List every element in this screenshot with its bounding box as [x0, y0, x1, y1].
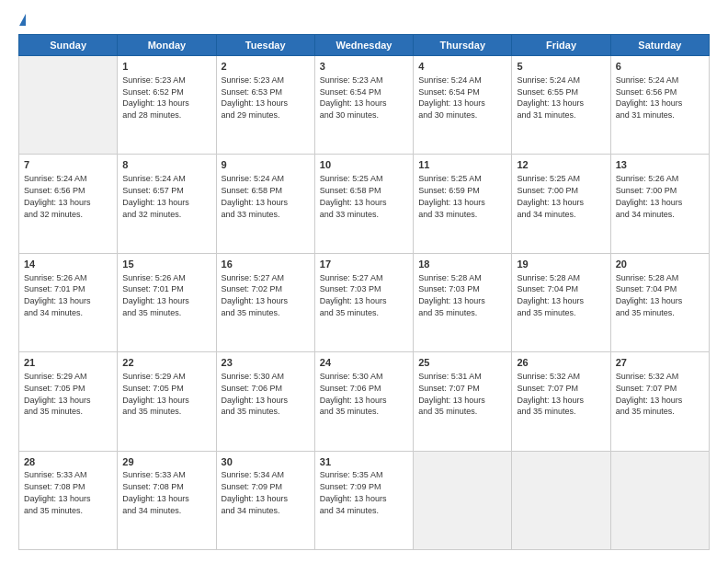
cell-info: Sunrise: 5:24 AMSunset: 6:57 PMDaylight:…	[122, 174, 189, 218]
day-number: 12	[517, 158, 605, 172]
day-number: 25	[418, 356, 506, 370]
calendar-cell: 13Sunrise: 5:26 AMSunset: 7:00 PMDayligh…	[610, 155, 709, 253]
calendar-cell	[512, 451, 610, 549]
calendar-cell: 5Sunrise: 5:24 AMSunset: 6:55 PMDaylight…	[512, 56, 610, 155]
calendar-day-header: Friday	[512, 35, 610, 56]
calendar-cell: 23Sunrise: 5:30 AMSunset: 7:06 PMDayligh…	[216, 352, 314, 451]
cell-info: Sunrise: 5:34 AMSunset: 7:09 PMDaylight:…	[222, 470, 289, 514]
day-number: 5	[517, 60, 605, 74]
day-number: 30	[222, 455, 310, 469]
cell-info: Sunrise: 5:29 AMSunset: 7:05 PMDaylight:…	[122, 372, 189, 416]
day-number: 13	[616, 158, 704, 172]
calendar-cell: 2Sunrise: 5:23 AMSunset: 6:53 PMDaylight…	[216, 56, 314, 155]
day-number: 22	[122, 356, 210, 370]
cell-info: Sunrise: 5:32 AMSunset: 7:07 PMDaylight:…	[517, 372, 584, 416]
calendar-cell: 18Sunrise: 5:28 AMSunset: 7:03 PMDayligh…	[414, 253, 512, 351]
calendar-cell: 12Sunrise: 5:25 AMSunset: 7:00 PMDayligh…	[512, 155, 610, 253]
calendar-cell: 31Sunrise: 5:35 AMSunset: 7:09 PMDayligh…	[314, 451, 413, 549]
calendar-cell: 7Sunrise: 5:24 AMSunset: 6:56 PMDaylight…	[19, 155, 118, 253]
calendar-day-header: Saturday	[610, 35, 709, 56]
calendar-cell: 26Sunrise: 5:32 AMSunset: 7:07 PMDayligh…	[512, 352, 610, 451]
calendar-cell: 29Sunrise: 5:33 AMSunset: 7:08 PMDayligh…	[118, 451, 216, 549]
calendar-cell: 21Sunrise: 5:29 AMSunset: 7:05 PMDayligh…	[19, 352, 118, 451]
day-number: 8	[122, 158, 210, 172]
logo-arrow-icon	[19, 14, 26, 26]
cell-info: Sunrise: 5:30 AMSunset: 7:06 PMDaylight:…	[320, 372, 387, 416]
calendar-cell: 1Sunrise: 5:23 AMSunset: 6:52 PMDaylight…	[118, 56, 216, 155]
page: SundayMondayTuesdayWednesdayThursdayFrid…	[0, 0, 728, 563]
cell-info: Sunrise: 5:24 AMSunset: 6:56 PMDaylight:…	[24, 174, 91, 218]
calendar-day-header: Monday	[118, 35, 216, 56]
calendar-cell: 25Sunrise: 5:31 AMSunset: 7:07 PMDayligh…	[414, 352, 512, 451]
calendar-week-row: 21Sunrise: 5:29 AMSunset: 7:05 PMDayligh…	[19, 352, 710, 451]
cell-info: Sunrise: 5:23 AMSunset: 6:54 PMDaylight:…	[320, 75, 387, 120]
calendar-cell: 4Sunrise: 5:24 AMSunset: 6:54 PMDaylight…	[414, 56, 512, 155]
calendar-cell: 22Sunrise: 5:29 AMSunset: 7:05 PMDayligh…	[118, 352, 216, 451]
calendar-header-row: SundayMondayTuesdayWednesdayThursdayFrid…	[19, 35, 710, 56]
cell-info: Sunrise: 5:24 AMSunset: 6:54 PMDaylight:…	[418, 75, 485, 120]
calendar-cell: 15Sunrise: 5:26 AMSunset: 7:01 PMDayligh…	[118, 253, 216, 351]
cell-info: Sunrise: 5:24 AMSunset: 6:56 PMDaylight:…	[616, 75, 683, 120]
calendar-cell: 19Sunrise: 5:28 AMSunset: 7:04 PMDayligh…	[512, 253, 610, 351]
day-number: 15	[122, 258, 210, 271]
cell-info: Sunrise: 5:33 AMSunset: 7:08 PMDaylight:…	[122, 470, 189, 514]
cell-info: Sunrise: 5:25 AMSunset: 6:58 PMDaylight:…	[320, 174, 387, 218]
cell-info: Sunrise: 5:26 AMSunset: 7:01 PMDaylight:…	[24, 273, 91, 317]
cell-info: Sunrise: 5:23 AMSunset: 6:53 PMDaylight:…	[222, 75, 289, 120]
cell-info: Sunrise: 5:32 AMSunset: 7:07 PMDaylight:…	[616, 372, 683, 416]
cell-info: Sunrise: 5:24 AMSunset: 6:58 PMDaylight:…	[222, 174, 289, 218]
calendar-cell: 9Sunrise: 5:24 AMSunset: 6:58 PMDaylight…	[216, 155, 314, 253]
day-number: 3	[320, 60, 408, 74]
cell-info: Sunrise: 5:27 AMSunset: 7:02 PMDaylight:…	[222, 273, 289, 317]
calendar-cell: 6Sunrise: 5:24 AMSunset: 6:56 PMDaylight…	[610, 56, 709, 155]
cell-info: Sunrise: 5:25 AMSunset: 7:00 PMDaylight:…	[517, 174, 584, 218]
calendar-day-header: Tuesday	[216, 35, 314, 56]
day-number: 11	[418, 158, 506, 172]
cell-info: Sunrise: 5:24 AMSunset: 6:55 PMDaylight:…	[517, 75, 584, 120]
calendar-cell: 30Sunrise: 5:34 AMSunset: 7:09 PMDayligh…	[216, 451, 314, 549]
day-number: 16	[222, 258, 310, 271]
day-number: 10	[320, 158, 408, 172]
day-number: 26	[517, 356, 605, 370]
calendar-table: SundayMondayTuesdayWednesdayThursdayFrid…	[18, 34, 710, 550]
calendar-week-row: 7Sunrise: 5:24 AMSunset: 6:56 PMDaylight…	[19, 155, 710, 253]
day-number: 4	[418, 60, 506, 74]
calendar-cell: 20Sunrise: 5:28 AMSunset: 7:04 PMDayligh…	[610, 253, 709, 351]
day-number: 27	[616, 356, 704, 370]
calendar-cell: 8Sunrise: 5:24 AMSunset: 6:57 PMDaylight…	[118, 155, 216, 253]
day-number: 7	[24, 158, 112, 172]
cell-info: Sunrise: 5:28 AMSunset: 7:04 PMDaylight:…	[616, 273, 683, 317]
day-number: 18	[418, 258, 506, 271]
day-number: 17	[320, 258, 408, 271]
calendar-cell: 24Sunrise: 5:30 AMSunset: 7:06 PMDayligh…	[314, 352, 413, 451]
cell-info: Sunrise: 5:33 AMSunset: 7:08 PMDaylight:…	[24, 470, 91, 514]
cell-info: Sunrise: 5:26 AMSunset: 7:00 PMDaylight:…	[616, 174, 683, 218]
cell-info: Sunrise: 5:26 AMSunset: 7:01 PMDaylight:…	[122, 273, 189, 317]
cell-info: Sunrise: 5:28 AMSunset: 7:03 PMDaylight:…	[418, 273, 485, 317]
calendar-cell	[414, 451, 512, 549]
calendar-cell: 14Sunrise: 5:26 AMSunset: 7:01 PMDayligh…	[19, 253, 118, 351]
calendar-cell: 17Sunrise: 5:27 AMSunset: 7:03 PMDayligh…	[314, 253, 413, 351]
cell-info: Sunrise: 5:23 AMSunset: 6:52 PMDaylight:…	[122, 75, 189, 120]
cell-info: Sunrise: 5:35 AMSunset: 7:09 PMDaylight:…	[320, 470, 387, 514]
calendar-day-header: Wednesday	[314, 35, 413, 56]
day-number: 21	[24, 356, 112, 370]
logo	[18, 17, 27, 25]
calendar-cell: 3Sunrise: 5:23 AMSunset: 6:54 PMDaylight…	[314, 56, 413, 155]
header	[18, 17, 710, 25]
day-number: 29	[122, 455, 210, 469]
cell-info: Sunrise: 5:31 AMSunset: 7:07 PMDaylight:…	[418, 372, 485, 416]
calendar-cell: 16Sunrise: 5:27 AMSunset: 7:02 PMDayligh…	[216, 253, 314, 351]
calendar-week-row: 14Sunrise: 5:26 AMSunset: 7:01 PMDayligh…	[19, 253, 710, 351]
calendar-day-header: Thursday	[414, 35, 512, 56]
calendar-week-row: 28Sunrise: 5:33 AMSunset: 7:08 PMDayligh…	[19, 451, 710, 549]
day-number: 28	[24, 455, 112, 469]
day-number: 31	[320, 455, 408, 469]
cell-info: Sunrise: 5:27 AMSunset: 7:03 PMDaylight:…	[320, 273, 387, 317]
calendar-week-row: 1Sunrise: 5:23 AMSunset: 6:52 PMDaylight…	[19, 56, 710, 155]
calendar-cell: 28Sunrise: 5:33 AMSunset: 7:08 PMDayligh…	[19, 451, 118, 549]
day-number: 19	[517, 258, 605, 271]
day-number: 14	[24, 258, 112, 271]
calendar-cell	[610, 451, 709, 549]
day-number: 2	[222, 60, 310, 74]
